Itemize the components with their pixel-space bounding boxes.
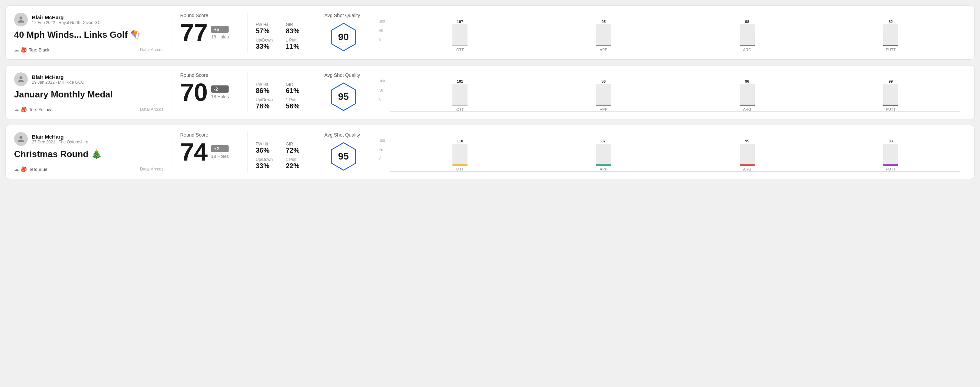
hexagon-container: 90 <box>325 22 363 52</box>
stats-grid: FW Hit 57% GIR 83% Up/Down 33% 1 Putt 11… <box>256 22 307 51</box>
score-holes: 18 Holes <box>211 34 229 40</box>
bar-background <box>452 144 468 166</box>
quality-score: 90 <box>338 32 349 43</box>
bar-fill <box>452 105 468 106</box>
bar-label: OTT <box>456 107 464 111</box>
user-info: Blair McHarg 29 Jan 2022 · Mill Ride GCC <box>32 74 84 85</box>
updown-value: 33% <box>256 43 278 51</box>
bar-fill <box>596 105 611 106</box>
updown-label: Up/Down <box>256 97 278 102</box>
round-card: Blair McHarg 12 Feb 2022 · Royal North D… <box>5 5 975 60</box>
y-min: 0 <box>379 157 385 161</box>
bar-label: ARG <box>743 167 751 171</box>
score-badge-col: +2 18 Holes <box>211 145 229 159</box>
y-axis: 100 50 0 <box>379 139 385 161</box>
bar-group: 86 APP <box>534 79 673 111</box>
score-label: Round Score <box>180 72 239 78</box>
data-source: Data: Arccos <box>140 107 163 112</box>
bar-background <box>883 144 898 166</box>
updown-value: 33% <box>256 162 278 170</box>
card-chart: 100 50 0 101 OTT 86 APP 96 <box>371 72 966 112</box>
bag-icon: 🎒 <box>21 47 27 52</box>
quality-score: 95 <box>338 151 349 162</box>
user-name: Blair McHarg <box>32 74 84 80</box>
score-modifier-badge: +2 <box>211 145 229 152</box>
bar-background <box>883 84 898 106</box>
y-mid: 50 <box>379 89 385 92</box>
user-meta: 29 Jan 2022 · Mill Ride GCC <box>32 80 84 85</box>
bar-background <box>452 84 468 106</box>
score-holes: 18 Holes <box>211 154 229 159</box>
bag-icon: 🎒 <box>21 107 27 112</box>
chart-container: 100 50 0 101 OTT 86 APP 96 <box>379 79 961 112</box>
user-name: Blair McHarg <box>32 134 88 140</box>
y-axis: 100 50 0 <box>379 19 385 41</box>
bar-background <box>596 24 611 46</box>
card-stats: FW Hit 36% GIR 72% Up/Down 33% 1 Putt 22… <box>248 132 316 172</box>
gir-label: GIR <box>286 82 308 87</box>
updown-stat: Up/Down 33% <box>256 38 278 51</box>
bar-fill <box>740 45 755 46</box>
gir-stat: GIR 61% <box>286 82 308 95</box>
oneputt-stat: 1 Putt 11% <box>286 38 308 51</box>
updown-label: Up/Down <box>256 38 278 43</box>
bar-value: 86 <box>601 79 606 83</box>
fw-hit-value: 57% <box>256 27 278 35</box>
bar-value: 110 <box>457 139 463 143</box>
tee-row: ☁ 🎒 Tee: Black <box>14 47 49 52</box>
card-left: Blair McHarg 27 Dec 2021 · The Oxfordshi… <box>14 132 172 172</box>
round-title: January Monthly Medal <box>14 90 163 100</box>
fw-hit-label: FW Hit <box>256 142 278 146</box>
user-meta: 27 Dec 2021 · The Oxfordshire <box>32 140 88 144</box>
bar-fill <box>452 164 468 166</box>
stats-grid: FW Hit 86% GIR 61% Up/Down 78% 1 Putt 56… <box>256 82 307 110</box>
bar-group: 82 PUTT <box>821 19 961 52</box>
quality-label: Avg Shot Quality <box>325 13 360 18</box>
card-left: Blair McHarg 29 Jan 2022 · Mill Ride GCC… <box>14 72 172 112</box>
round-title: 40 Mph Winds... Links Golf 🪁 <box>14 30 163 40</box>
hexagon-container: 95 <box>325 81 363 112</box>
bar-background <box>452 24 468 46</box>
score-label: Round Score <box>180 132 239 138</box>
bar-label: ARG <box>743 48 751 52</box>
bar-background <box>883 24 898 46</box>
bar-fill <box>883 45 898 46</box>
bar-fill <box>740 105 755 106</box>
chart-container: 100 50 0 110 OTT 87 APP 95 <box>379 139 961 171</box>
score-main: 70 -2 18 Holes <box>180 80 239 105</box>
y-max: 100 <box>379 79 385 83</box>
oneputt-label: 1 Putt <box>286 157 308 162</box>
bar-label: APP <box>600 167 607 171</box>
bar-value: 82 <box>889 19 893 24</box>
hexagon: 95 <box>328 141 359 172</box>
card-quality: Avg Shot Quality 95 <box>316 72 371 112</box>
stats-grid: FW Hit 36% GIR 72% Up/Down 33% 1 Putt 22… <box>256 142 307 170</box>
score-number: 74 <box>180 140 208 164</box>
round-card: Blair McHarg 29 Jan 2022 · Mill Ride GCC… <box>5 65 975 119</box>
gir-stat: GIR 83% <box>286 22 308 35</box>
chart-container: 100 50 0 107 OTT 95 APP 98 <box>379 19 961 52</box>
bar-group: 93 PUTT <box>821 139 961 171</box>
card-chart: 100 50 0 107 OTT 95 APP 98 <box>371 13 966 52</box>
user-row: Blair McHarg 12 Feb 2022 · Royal North D… <box>14 13 163 26</box>
bar-label: PUTT <box>886 107 896 111</box>
bar-group: 87 APP <box>534 139 673 171</box>
bar-group: 95 ARG <box>678 139 817 171</box>
score-main: 77 +5 18 Holes <box>180 20 239 45</box>
y-max: 100 <box>379 139 385 143</box>
bar-group: 95 APP <box>534 19 673 52</box>
gir-stat: GIR 72% <box>286 142 308 154</box>
tee-row: ☁ 🎒 Tee: Blue <box>14 167 48 172</box>
quality-label: Avg Shot Quality <box>325 72 360 78</box>
card-stats: FW Hit 57% GIR 83% Up/Down 33% 1 Putt 11… <box>248 13 316 52</box>
bar-group: 96 ARG <box>678 79 817 111</box>
hexagon: 90 <box>328 22 359 52</box>
card-bottom-row: ☁ 🎒 Tee: Yellow Data: Arccos <box>14 107 163 112</box>
y-mid: 50 <box>379 29 385 33</box>
score-modifier-badge: +5 <box>211 26 229 33</box>
oneputt-value: 11% <box>286 43 308 51</box>
bar-value: 96 <box>745 79 749 83</box>
bag-icon: 🎒 <box>21 167 27 172</box>
bar-value: 99 <box>889 79 893 83</box>
bar-fill <box>452 45 468 46</box>
